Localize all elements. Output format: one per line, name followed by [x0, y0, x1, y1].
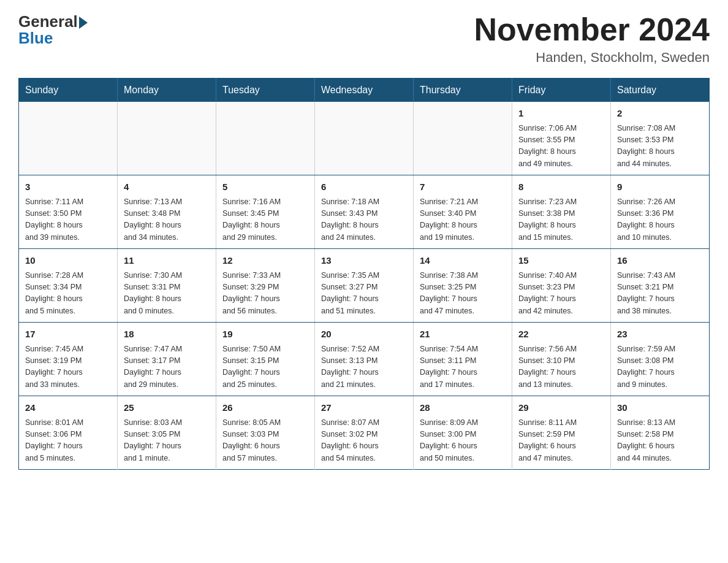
day-info: Sunrise: 7:28 AMSunset: 3:34 PMDaylight:…	[25, 270, 111, 318]
page-header: General Blue November 2024 Handen, Stock…	[18, 12, 710, 66]
calendar-cell: 10Sunrise: 7:28 AMSunset: 3:34 PMDayligh…	[19, 249, 118, 323]
day-number: 24	[25, 401, 111, 415]
calendar-cell: 18Sunrise: 7:47 AMSunset: 3:17 PMDayligh…	[118, 323, 216, 396]
day-number: 11	[124, 254, 210, 268]
logo-blue-text: Blue	[18, 29, 53, 48]
day-number: 8	[518, 180, 604, 194]
day-number: 9	[617, 180, 703, 194]
calendar-cell: 20Sunrise: 7:52 AMSunset: 3:13 PMDayligh…	[315, 323, 414, 396]
calendar-cell	[315, 102, 414, 175]
calendar-cell: 16Sunrise: 7:43 AMSunset: 3:21 PMDayligh…	[611, 249, 710, 323]
day-number: 3	[25, 180, 111, 194]
calendar-cell: 14Sunrise: 7:38 AMSunset: 3:25 PMDayligh…	[414, 249, 512, 323]
calendar-cell: 21Sunrise: 7:54 AMSunset: 3:11 PMDayligh…	[414, 323, 512, 396]
calendar-cell: 22Sunrise: 7:56 AMSunset: 3:10 PMDayligh…	[512, 323, 611, 396]
day-info: Sunrise: 7:40 AMSunset: 3:23 PMDaylight:…	[518, 270, 604, 318]
calendar-cell: 15Sunrise: 7:40 AMSunset: 3:23 PMDayligh…	[512, 249, 611, 323]
day-number: 13	[321, 254, 407, 268]
day-info: Sunrise: 8:01 AMSunset: 3:06 PMDaylight:…	[25, 417, 111, 465]
title-section: November 2024 Handen, Stockholm, Sweden	[474, 12, 710, 66]
day-info: Sunrise: 8:03 AMSunset: 3:05 PMDaylight:…	[124, 417, 210, 465]
column-header-tuesday: Tuesday	[216, 79, 315, 102]
day-number: 1	[518, 107, 604, 121]
calendar-cell: 27Sunrise: 8:07 AMSunset: 3:02 PMDayligh…	[315, 396, 414, 470]
location-subtitle: Handen, Stockholm, Sweden	[474, 50, 710, 66]
day-info: Sunrise: 8:07 AMSunset: 3:02 PMDaylight:…	[321, 417, 407, 465]
day-info: Sunrise: 7:13 AMSunset: 3:48 PMDaylight:…	[124, 196, 210, 244]
day-info: Sunrise: 7:26 AMSunset: 3:36 PMDaylight:…	[617, 196, 703, 244]
day-info: Sunrise: 7:59 AMSunset: 3:08 PMDaylight:…	[617, 343, 703, 391]
column-header-friday: Friday	[512, 79, 611, 102]
day-number: 29	[518, 401, 604, 415]
calendar-cell: 24Sunrise: 8:01 AMSunset: 3:06 PMDayligh…	[19, 396, 118, 470]
calendar-cell: 23Sunrise: 7:59 AMSunset: 3:08 PMDayligh…	[611, 323, 710, 396]
calendar-cell: 7Sunrise: 7:21 AMSunset: 3:40 PMDaylight…	[414, 175, 512, 249]
calendar-cell: 3Sunrise: 7:11 AMSunset: 3:50 PMDaylight…	[19, 175, 118, 249]
day-number: 28	[420, 401, 506, 415]
day-info: Sunrise: 7:30 AMSunset: 3:31 PMDaylight:…	[124, 270, 210, 318]
calendar-cell: 25Sunrise: 8:03 AMSunset: 3:05 PMDayligh…	[118, 396, 216, 470]
day-number: 22	[518, 327, 604, 342]
day-number: 7	[420, 180, 506, 194]
day-number: 25	[124, 401, 210, 415]
calendar-cell: 30Sunrise: 8:13 AMSunset: 2:58 PMDayligh…	[611, 396, 710, 470]
day-info: Sunrise: 7:06 AMSunset: 3:55 PMDaylight:…	[518, 123, 604, 170]
day-info: Sunrise: 7:16 AMSunset: 3:45 PMDaylight:…	[222, 196, 308, 244]
column-header-sunday: Sunday	[19, 79, 118, 102]
calendar-cell: 4Sunrise: 7:13 AMSunset: 3:48 PMDaylight…	[118, 175, 216, 249]
day-number: 15	[518, 254, 604, 268]
day-info: Sunrise: 7:52 AMSunset: 3:13 PMDaylight:…	[321, 343, 407, 391]
day-number: 20	[321, 327, 407, 342]
day-number: 30	[617, 401, 703, 415]
day-info: Sunrise: 7:35 AMSunset: 3:27 PMDaylight:…	[321, 270, 407, 318]
calendar-cell: 8Sunrise: 7:23 AMSunset: 3:38 PMDaylight…	[512, 175, 611, 249]
day-info: Sunrise: 7:43 AMSunset: 3:21 PMDaylight:…	[617, 270, 703, 318]
calendar-table: SundayMondayTuesdayWednesdayThursdayFrid…	[18, 78, 710, 470]
day-info: Sunrise: 8:11 AMSunset: 2:59 PMDaylight:…	[518, 417, 604, 465]
calendar-week-row: 1Sunrise: 7:06 AMSunset: 3:55 PMDaylight…	[19, 102, 710, 175]
column-header-saturday: Saturday	[611, 79, 710, 102]
calendar-cell: 1Sunrise: 7:06 AMSunset: 3:55 PMDaylight…	[512, 102, 611, 175]
day-number: 12	[222, 254, 308, 268]
day-number: 2	[617, 107, 703, 121]
day-info: Sunrise: 7:50 AMSunset: 3:15 PMDaylight:…	[222, 343, 308, 391]
day-info: Sunrise: 7:18 AMSunset: 3:43 PMDaylight:…	[321, 196, 407, 244]
day-info: Sunrise: 7:56 AMSunset: 3:10 PMDaylight:…	[518, 343, 604, 391]
day-number: 14	[420, 254, 506, 268]
month-year-title: November 2024	[474, 12, 710, 47]
calendar-cell: 13Sunrise: 7:35 AMSunset: 3:27 PMDayligh…	[315, 249, 414, 323]
day-info: Sunrise: 8:09 AMSunset: 3:00 PMDaylight:…	[420, 417, 506, 465]
day-info: Sunrise: 7:08 AMSunset: 3:53 PMDaylight:…	[617, 123, 703, 170]
day-info: Sunrise: 8:13 AMSunset: 2:58 PMDaylight:…	[617, 417, 703, 465]
calendar-cell: 28Sunrise: 8:09 AMSunset: 3:00 PMDayligh…	[414, 396, 512, 470]
day-number: 4	[124, 180, 210, 194]
logo-arrow-icon	[79, 17, 88, 29]
calendar-week-row: 17Sunrise: 7:45 AMSunset: 3:19 PMDayligh…	[19, 323, 710, 396]
day-number: 10	[25, 254, 111, 268]
calendar-cell: 19Sunrise: 7:50 AMSunset: 3:15 PMDayligh…	[216, 323, 315, 396]
calendar-cell: 9Sunrise: 7:26 AMSunset: 3:36 PMDaylight…	[611, 175, 710, 249]
column-header-wednesday: Wednesday	[315, 79, 414, 102]
day-info: Sunrise: 7:54 AMSunset: 3:11 PMDaylight:…	[420, 343, 506, 391]
day-info: Sunrise: 7:45 AMSunset: 3:19 PMDaylight:…	[25, 343, 111, 391]
calendar-cell: 6Sunrise: 7:18 AMSunset: 3:43 PMDaylight…	[315, 175, 414, 249]
day-info: Sunrise: 8:05 AMSunset: 3:03 PMDaylight:…	[222, 417, 308, 465]
calendar-week-row: 24Sunrise: 8:01 AMSunset: 3:06 PMDayligh…	[19, 396, 710, 470]
calendar-cell: 2Sunrise: 7:08 AMSunset: 3:53 PMDaylight…	[611, 102, 710, 175]
calendar-cell	[414, 102, 512, 175]
calendar-header-row: SundayMondayTuesdayWednesdayThursdayFrid…	[19, 79, 710, 102]
day-number: 17	[25, 327, 111, 342]
calendar-cell: 12Sunrise: 7:33 AMSunset: 3:29 PMDayligh…	[216, 249, 315, 323]
calendar-cell: 26Sunrise: 8:05 AMSunset: 3:03 PMDayligh…	[216, 396, 315, 470]
day-info: Sunrise: 7:38 AMSunset: 3:25 PMDaylight:…	[420, 270, 506, 318]
logo: General Blue	[18, 12, 88, 48]
column-header-thursday: Thursday	[414, 79, 512, 102]
calendar-cell: 29Sunrise: 8:11 AMSunset: 2:59 PMDayligh…	[512, 396, 611, 470]
day-info: Sunrise: 7:11 AMSunset: 3:50 PMDaylight:…	[25, 196, 111, 244]
day-number: 5	[222, 180, 308, 194]
calendar-cell	[19, 102, 118, 175]
column-header-monday: Monday	[118, 79, 216, 102]
calendar-cell	[118, 102, 216, 175]
calendar-cell: 11Sunrise: 7:30 AMSunset: 3:31 PMDayligh…	[118, 249, 216, 323]
day-number: 21	[420, 327, 506, 342]
